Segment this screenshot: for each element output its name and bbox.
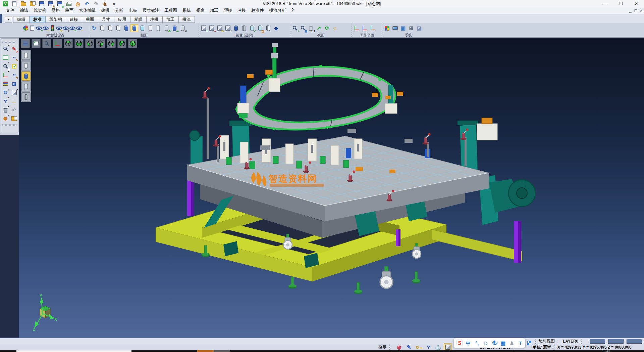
assembly-invert-icon[interactable]: ±: [224, 24, 232, 32]
redraw-icon[interactable]: ↻: [90, 24, 98, 32]
perspective-grid-icon[interactable]: ◪: [415, 24, 423, 32]
redo-icon[interactable]: ↷: [92, 0, 100, 8]
workplane-align-icon[interactable]: [369, 24, 377, 32]
open-file-icon[interactable]: [19, 0, 28, 8]
units-indicator[interactable]: 单位: 毫米: [533, 344, 556, 350]
table-icon[interactable]: ⊞: [407, 24, 415, 32]
menu-item-9[interactable]: 尺寸标注: [140, 8, 162, 13]
ime-wardrobe-icon[interactable]: T: [517, 339, 524, 347]
restore-button[interactable]: ❐: [613, 0, 629, 7]
ribbon-tab-3[interactable]: 建模: [66, 16, 82, 23]
display-layer-1-icon[interactable]: [21, 51, 31, 60]
ime-toolbox-icon[interactable]: [526, 339, 533, 347]
menu-item-10[interactable]: 工程图: [162, 8, 180, 13]
render-smiley-icon[interactable]: ☺: [331, 24, 339, 32]
menu-item-16[interactable]: 标准件: [249, 8, 267, 13]
close-button[interactable]: ✕: [629, 0, 644, 7]
zoom-fit-icon[interactable]: [32, 39, 41, 48]
shading-cube-icon[interactable]: [10, 88, 18, 96]
taskbar-window-segment[interactable]: [16, 350, 131, 352]
view-front-icon[interactable]: [85, 39, 94, 48]
quick-access-options-icon[interactable]: ▾: [110, 0, 118, 8]
ribbon-tab-9[interactable]: 加工: [163, 16, 179, 23]
measure-icon[interactable]: ↔: [10, 97, 18, 105]
menu-item-11[interactable]: 系统: [180, 8, 194, 13]
image-window-icon[interactable]: ▣: [399, 24, 407, 32]
filter-invert-icon[interactable]: ±: [62, 25, 69, 32]
ime-logo[interactable]: S: [456, 339, 463, 347]
lock-toggle[interactable]: 拴牢: [378, 344, 391, 350]
view-corner-icon[interactable]: [117, 39, 126, 48]
delete-icon[interactable]: [1, 106, 9, 114]
layer-solid-icon[interactable]: [122, 24, 130, 32]
entity-info-icon[interactable]: ?: [1, 97, 9, 105]
regenerate-icon[interactable]: ↻: [1, 88, 9, 96]
workplane-edit-icon[interactable]: [361, 24, 369, 32]
ribbon-tab-5[interactable]: 尺寸: [98, 16, 114, 23]
menu-item-5[interactable]: 实体编辑: [76, 8, 99, 13]
undo-icon[interactable]: ↶: [83, 0, 91, 8]
selection-zoom-icon[interactable]: [1, 45, 9, 53]
display-layer-wire-icon[interactable]: [21, 92, 31, 101]
monitor-icon[interactable]: [391, 24, 399, 32]
active-layer-indicator[interactable]: LAYER0: [563, 338, 583, 344]
display-layer-active-icon[interactable]: [21, 72, 31, 81]
view-right-icon[interactable]: [107, 39, 116, 48]
layer-tools-icon[interactable]: ✖: [178, 24, 186, 32]
pan-icon[interactable]: ↗: [315, 24, 323, 32]
zoom-scale-icon[interactable]: ▢1:1: [307, 24, 315, 32]
save-all-icon[interactable]: ↻: [56, 0, 64, 8]
assembly-refresh-icon[interactable]: ↻: [216, 24, 224, 32]
tab-overflow-chevron[interactable]: ▼: [5, 16, 12, 23]
new-file-icon[interactable]: [10, 0, 18, 8]
print-icon[interactable]: [65, 0, 73, 8]
view-iso-icon[interactable]: [128, 39, 137, 48]
ime-lang-icon[interactable]: 中: [465, 339, 472, 347]
ribbon-tab-1[interactable]: 标准: [30, 16, 46, 23]
ribbon-tab-7[interactable]: 塑膜: [130, 16, 147, 23]
ribbon-tab-4[interactable]: 曲面: [82, 16, 98, 23]
save-as-icon[interactable]: ✎: [47, 0, 55, 8]
workpiece-part[interactable]: [236, 65, 395, 130]
show-entities-icon[interactable]: +: [69, 25, 76, 32]
ime-person-icon[interactable]: ♟: [508, 339, 515, 347]
graphics-viewport[interactable]: 智造资料网 Y X Z: [19, 38, 644, 338]
taskbar-app-segment[interactable]: [214, 350, 230, 352]
attributes-books-icon[interactable]: [1, 80, 9, 88]
menu-item-8[interactable]: 电极: [126, 8, 140, 13]
assembly-add-icon[interactable]: +: [200, 24, 208, 32]
menu-item-17[interactable]: 模流分析: [267, 8, 289, 13]
mdi-restore-button[interactable]: ❐: [634, 9, 637, 13]
ime-punct-icon[interactable]: °,: [474, 339, 480, 347]
layer-white-icon[interactable]: [146, 24, 154, 32]
layer-empty-3-icon[interactable]: [114, 24, 122, 32]
ucs-icon[interactable]: [1, 71, 9, 79]
view-bottom-icon[interactable]: [74, 39, 84, 48]
zoom-dynamic-icon[interactable]: ±: [1, 62, 9, 70]
erase-sketch-icon[interactable]: ✎✕: [10, 45, 18, 53]
ribbon-tab-0[interactable]: 编辑: [13, 16, 30, 23]
menu-item-3[interactable]: 网格: [49, 8, 63, 13]
mdi-minimize-button[interactable]: ▁: [629, 9, 632, 13]
selection-box-icon[interactable]: [1, 53, 9, 61]
document-manager-icon[interactable]: [10, 115, 18, 123]
session-icon[interactable]: ♞: [101, 0, 109, 8]
filter-refresh-icon[interactable]: ↻: [56, 25, 62, 32]
menu-item-1[interactable]: 编辑: [17, 8, 31, 13]
absolute-view-toggle[interactable]: 绝对视图: [534, 338, 559, 344]
assembly-manager-icon[interactable]: ●: [208, 24, 216, 32]
axes-toggle-icon[interactable]: [53, 39, 62, 48]
scene-3d-fixture[interactable]: 智造资料网 Y X Z: [19, 38, 644, 338]
zoom-previous-icon[interactable]: [42, 39, 51, 48]
solid-layer-icon[interactable]: [232, 24, 240, 32]
display-layer-2-icon[interactable]: [21, 61, 31, 70]
filter-add-icon[interactable]: +: [36, 25, 42, 32]
rotate-view-icon[interactable]: ⟳: [323, 24, 331, 32]
ime-keyboard-icon[interactable]: ▦: [500, 339, 506, 347]
navigation-wheel-icon[interactable]: ☸: [1, 115, 9, 123]
zoom-in-icon[interactable]: +: [291, 24, 299, 32]
filter-manager-icon[interactable]: [49, 25, 56, 32]
mdi-close-button[interactable]: ✕: [640, 9, 643, 13]
minimize-button[interactable]: —: [598, 0, 613, 7]
workplane-new-icon[interactable]: [353, 24, 361, 32]
